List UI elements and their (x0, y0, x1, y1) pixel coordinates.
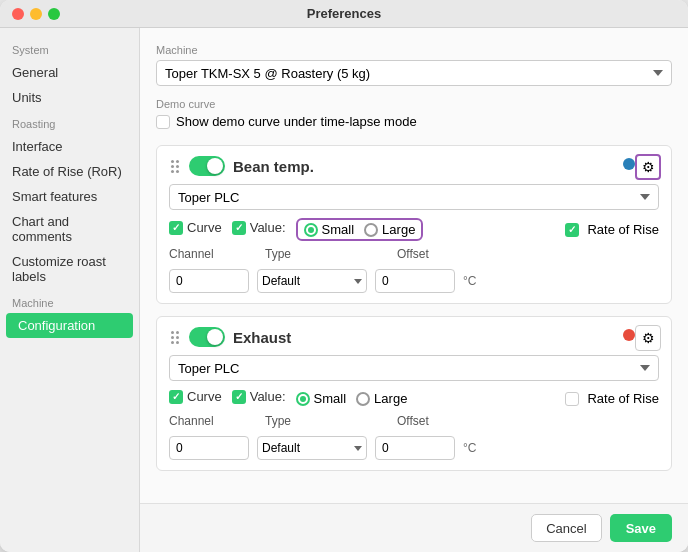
bean-temp-channel-input[interactable] (169, 269, 249, 293)
exhaust-ror-check[interactable]: Rate of Rise (565, 391, 659, 406)
maximize-button[interactable] (48, 8, 60, 20)
demo-curve-row: Show demo curve under time-lapse mode (156, 114, 672, 129)
exhaust-header: Exhaust ⚙ (169, 327, 659, 347)
machine-select[interactable]: Toper TKM-SX 5 @ Roastery (5 kg) (156, 60, 672, 86)
bean-temp-block: Bean temp. ⚙ Toper PLC Cu (156, 145, 672, 304)
exhaust-small-label: Small (314, 391, 347, 406)
titlebar: Preferences (0, 0, 688, 28)
exhaust-offset-input[interactable] (375, 436, 455, 460)
bean-temp-offset-header: Offset (397, 247, 477, 261)
bean-temp-toggle[interactable] (189, 156, 225, 176)
exhaust-curve-check[interactable]: Curve (169, 389, 222, 404)
main-scroll: Machine Toper TKM-SX 5 @ Roastery (5 kg)… (140, 28, 688, 503)
exhaust-value-checkbox-icon (232, 390, 246, 404)
exhaust-small-radio[interactable]: Small (296, 391, 347, 406)
sidebar-item-chart[interactable]: Chart and comments (0, 209, 139, 249)
sidebar-section-system: System (0, 36, 139, 60)
bean-temp-large-label: Large (382, 222, 415, 237)
exhaust-ror-checkbox-icon (565, 392, 579, 406)
exhaust-channel-row: Default °C (169, 436, 659, 460)
bean-temp-curve-checkbox-icon (169, 221, 183, 235)
bean-temp-name: Bean temp. (233, 158, 314, 175)
exhaust-ror-label: Rate of Rise (587, 391, 659, 406)
sidebar-section-machine: Machine (0, 289, 139, 313)
sidebar: System General Units Roasting Interface … (0, 28, 140, 552)
exhaust-channel-input[interactable] (169, 436, 249, 460)
demo-curve-label: Demo curve (156, 98, 672, 110)
exhaust-drag-handle[interactable] (169, 329, 181, 346)
bean-temp-value-check[interactable]: Value: (232, 220, 286, 235)
exhaust-type-select[interactable]: Default (257, 436, 367, 460)
sidebar-item-customize[interactable]: Customize roast labels (0, 249, 139, 289)
bean-temp-options: Curve Value: Small (169, 218, 659, 241)
bean-temp-ror-checkbox-icon (565, 223, 579, 237)
bean-temp-plc-select[interactable]: Toper PLC (169, 184, 659, 210)
bean-temp-curve-label: Curve (187, 220, 222, 235)
bean-temp-curve-check[interactable]: Curve (169, 220, 222, 235)
traffic-lights (12, 8, 60, 20)
exhaust-curve-checkbox-icon (169, 390, 183, 404)
exhaust-small-radio-icon (296, 392, 310, 406)
bean-temp-value-checkbox-icon (232, 221, 246, 235)
machine-label: Machine (156, 44, 672, 56)
bean-temp-small-label: Small (322, 222, 355, 237)
bean-temp-small-radio-icon (304, 223, 318, 237)
exhaust-plc-select[interactable]: Toper PLC (169, 355, 659, 381)
bean-temp-size-radio-group: Small Large (296, 218, 424, 241)
sidebar-item-interface[interactable]: Interface (0, 134, 139, 159)
exhaust-curve-label: Curve (187, 389, 222, 404)
bean-temp-value-label: Value: (250, 220, 286, 235)
sidebar-item-units[interactable]: Units (0, 85, 139, 110)
sidebar-section-roasting: Roasting (0, 110, 139, 134)
bean-temp-large-radio-icon (364, 223, 378, 237)
exhaust-value-check[interactable]: Value: (232, 389, 286, 404)
bean-temp-small-radio[interactable]: Small (304, 222, 355, 237)
exhaust-large-radio[interactable]: Large (356, 391, 407, 406)
bean-temp-large-radio[interactable]: Large (364, 222, 415, 237)
demo-curve-text: Show demo curve under time-lapse mode (176, 114, 417, 129)
main-content: Machine Toper TKM-SX 5 @ Roastery (5 kg)… (140, 28, 688, 552)
exhaust-offset-header: Offset (397, 414, 477, 428)
bean-temp-header: Bean temp. ⚙ (169, 156, 659, 176)
close-button[interactable] (12, 8, 24, 20)
sidebar-item-ror[interactable]: Rate of Rise (RoR) (0, 159, 139, 184)
exhaust-name: Exhaust (233, 329, 291, 346)
bean-temp-drag-handle[interactable] (169, 158, 181, 175)
exhaust-gear-button[interactable]: ⚙ (635, 325, 661, 351)
footer: Cancel Save (140, 503, 688, 552)
cancel-button[interactable]: Cancel (531, 514, 601, 542)
bean-temp-unit: °C (463, 274, 476, 288)
exhaust-toggle[interactable] (189, 327, 225, 347)
exhaust-channel-header: Channel (169, 414, 249, 428)
exhaust-large-label: Large (374, 391, 407, 406)
bean-temp-ror-check[interactable]: Rate of Rise (565, 222, 659, 237)
sidebar-item-general[interactable]: General (0, 60, 139, 85)
bean-temp-gear-button[interactable]: ⚙ (635, 154, 661, 180)
exhaust-block: Exhaust ⚙ Toper PLC Curve (156, 316, 672, 471)
bean-temp-type-header: Type (265, 247, 365, 261)
bean-temp-ror-label: Rate of Rise (587, 222, 659, 237)
bean-temp-type-select[interactable]: Default (257, 269, 367, 293)
demo-curve-checkbox[interactable] (156, 115, 170, 129)
sidebar-item-smart[interactable]: Smart features (0, 184, 139, 209)
exhaust-options: Curve Value: Small (169, 389, 659, 408)
exhaust-color (623, 329, 635, 341)
exhaust-large-radio-icon (356, 392, 370, 406)
bean-temp-offset-input[interactable] (375, 269, 455, 293)
exhaust-unit: °C (463, 441, 476, 455)
bean-temp-channel-header: Channel (169, 247, 249, 261)
bean-temp-color (623, 158, 635, 170)
minimize-button[interactable] (30, 8, 42, 20)
save-button[interactable]: Save (610, 514, 672, 542)
exhaust-value-label: Value: (250, 389, 286, 404)
exhaust-size-radio-group: Small Large (296, 391, 408, 406)
window-title: Preferences (307, 6, 381, 21)
exhaust-type-header: Type (265, 414, 365, 428)
bean-temp-channel-row: Default °C (169, 269, 659, 293)
sidebar-item-configuration[interactable]: Configuration (6, 313, 133, 338)
